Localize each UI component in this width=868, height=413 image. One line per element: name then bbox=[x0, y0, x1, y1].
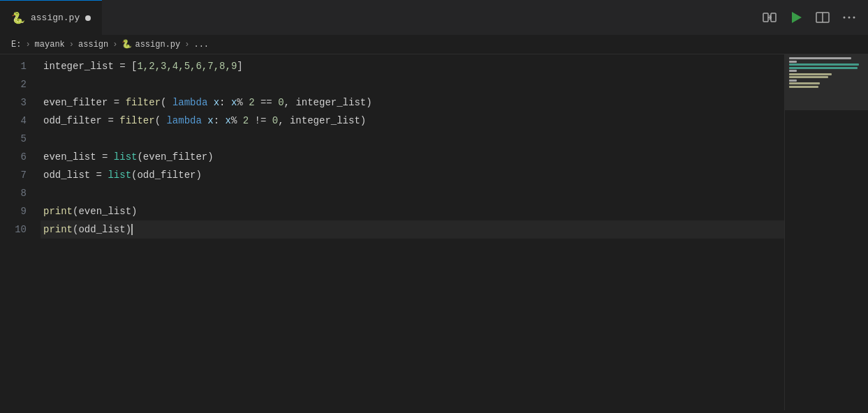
minimap-line-3 bbox=[789, 63, 859, 66]
breadcrumb-sep-3: › bbox=[112, 40, 117, 50]
line-num-4: 4 bbox=[0, 112, 32, 130]
line-num-8: 8 bbox=[0, 184, 32, 202]
toolbar-icons bbox=[762, 10, 868, 25]
code-line-7: odd_list = list ( odd_filter ) bbox=[41, 166, 784, 184]
code-line-10: print ( odd_list ) bbox=[41, 220, 784, 239]
code-line-6: even_list = list ( even_filter ) bbox=[41, 148, 784, 166]
minimap-line-1 bbox=[789, 57, 851, 59]
breadcrumb-file[interactable]: assign.py bbox=[135, 40, 180, 50]
svg-rect-0 bbox=[763, 13, 768, 22]
tab-bar: 🐍 assign.py bbox=[0, 0, 868, 35]
breadcrumb-sep-1: › bbox=[25, 40, 30, 50]
tab-assign-py[interactable]: 🐍 assign.py bbox=[0, 0, 102, 35]
code-line-5 bbox=[41, 130, 784, 148]
breadcrumb: E: › mayank › assign › 🐍 assign.py › ... bbox=[0, 35, 868, 54]
minimap-line-4 bbox=[789, 67, 858, 69]
svg-marker-3 bbox=[792, 12, 802, 23]
svg-point-6 bbox=[844, 17, 846, 19]
code-content[interactable]: integer_list = [ 1,2,3,4,5,6,7,8,9 ] eve… bbox=[41, 54, 784, 410]
breadcrumb-sep-2: › bbox=[69, 40, 74, 50]
code-area: 1 2 3 4 5 6 7 8 9 10 integer_list = [ 1,… bbox=[0, 54, 868, 410]
breadcrumb-symbol[interactable]: ... bbox=[193, 40, 209, 50]
tab-modified-dot bbox=[85, 15, 91, 21]
minimap bbox=[784, 54, 868, 410]
line-num-10: 10 bbox=[0, 220, 32, 239]
code-line-1: integer_list = [ 1,2,3,4,5,6,7,8,9 ] bbox=[41, 57, 784, 75]
tab-filename: assign.py bbox=[31, 13, 80, 23]
line-num-7: 7 bbox=[0, 166, 32, 184]
breadcrumb-python-icon: 🐍 bbox=[122, 39, 132, 50]
minimap-line-9 bbox=[789, 82, 820, 84]
minimap-content bbox=[788, 54, 868, 91]
line-num-1: 1 bbox=[0, 57, 32, 75]
diff-icon[interactable] bbox=[762, 10, 777, 25]
minimap-line-6 bbox=[789, 73, 832, 75]
minimap-line-5 bbox=[789, 70, 797, 72]
tab-left: 🐍 assign.py bbox=[0, 0, 102, 35]
split-editor-icon[interactable] bbox=[815, 10, 830, 25]
minimap-line-8 bbox=[789, 80, 797, 82]
line-num-5: 5 bbox=[0, 130, 32, 148]
breadcrumb-folder1[interactable]: mayank bbox=[35, 40, 65, 50]
code-line-8 bbox=[41, 184, 784, 202]
run-icon[interactable] bbox=[788, 10, 804, 25]
svg-rect-1 bbox=[771, 13, 776, 22]
code-line-4: odd_filter = filter ( lambda x : x % 2 !… bbox=[41, 112, 784, 130]
breadcrumb-folder2[interactable]: assign bbox=[78, 40, 108, 50]
python-icon: 🐍 bbox=[11, 11, 25, 25]
line-num-3: 3 bbox=[0, 93, 32, 112]
more-actions-icon[interactable] bbox=[841, 10, 857, 25]
svg-point-7 bbox=[848, 17, 851, 19]
code-line-2 bbox=[41, 75, 784, 93]
minimap-line-7 bbox=[789, 76, 828, 78]
line-num-2: 2 bbox=[0, 75, 32, 93]
code-line-3: even_filter = filter ( lambda x : x % 2 … bbox=[41, 93, 784, 112]
code-line-9: print ( even_list ) bbox=[41, 202, 784, 220]
minimap-line-2 bbox=[789, 61, 797, 63]
line-num-9: 9 bbox=[0, 202, 32, 220]
line-numbers: 1 2 3 4 5 6 7 8 9 10 bbox=[0, 54, 41, 410]
svg-point-8 bbox=[853, 17, 855, 19]
line-num-6: 6 bbox=[0, 148, 32, 166]
minimap-line-10 bbox=[789, 86, 818, 88]
breadcrumb-sep-4: › bbox=[184, 40, 189, 50]
breadcrumb-drive[interactable]: E: bbox=[11, 40, 21, 50]
